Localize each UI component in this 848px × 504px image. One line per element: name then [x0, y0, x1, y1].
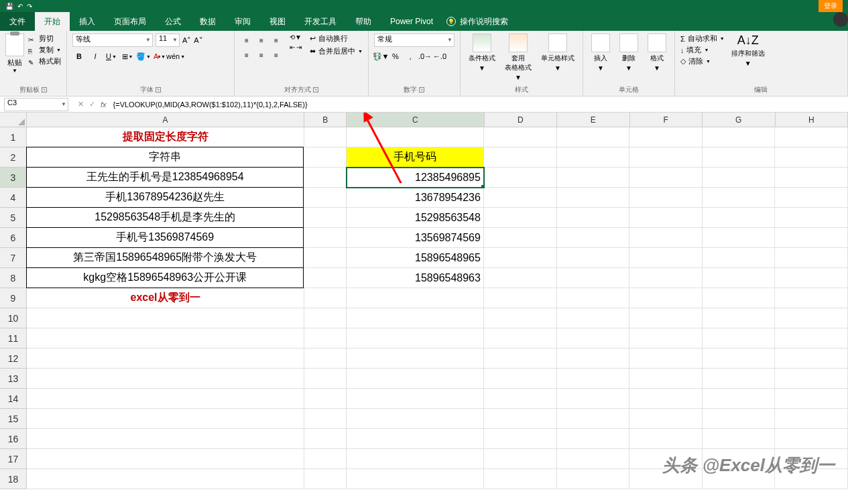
cell-D2[interactable] — [484, 147, 557, 168]
row-header-12[interactable]: 12 — [0, 349, 26, 369]
number-format-select[interactable]: 常规▼ — [374, 34, 455, 47]
row-header-6[interactable]: 6 — [0, 228, 26, 248]
col-header-C[interactable]: C — [347, 113, 484, 127]
row-header-13[interactable]: 13 — [0, 369, 26, 389]
tell-me[interactable]: 💡 操作说明搜索 — [446, 16, 508, 27]
cut-button[interactable]: 剪切 — [28, 34, 61, 44]
cell-C9[interactable] — [347, 288, 484, 308]
cell-A2[interactable]: 字符串 — [26, 147, 304, 168]
cell-G6[interactable] — [703, 228, 776, 248]
shrink-font-button[interactable]: A˅ — [194, 36, 202, 45]
cell-B5[interactable] — [304, 208, 346, 228]
cell-G12[interactable] — [703, 349, 776, 369]
cell-D9[interactable] — [484, 288, 557, 308]
cell-F6[interactable] — [629, 228, 703, 248]
number-dialog-icon[interactable] — [419, 87, 424, 92]
cell-C10[interactable] — [347, 308, 484, 328]
sign-in-button[interactable]: 登录 — [819, 0, 843, 12]
cell-E16[interactable] — [557, 429, 630, 449]
font-size-select[interactable]: 11▼ — [156, 34, 180, 47]
cell-A10[interactable] — [27, 308, 304, 328]
cell-G3[interactable] — [703, 168, 776, 188]
tab-insert[interactable]: 插入 — [70, 12, 105, 31]
cell-E2[interactable] — [557, 147, 630, 168]
cell-B2[interactable] — [304, 147, 346, 168]
cell-G8[interactable] — [703, 268, 776, 288]
cell-A3[interactable]: 王先生的手机号是123854968954 — [26, 167, 304, 188]
cell-D13[interactable] — [484, 369, 557, 389]
cell-E11[interactable] — [557, 328, 630, 349]
cell-H14[interactable] — [775, 389, 848, 409]
cell-E15[interactable] — [557, 409, 630, 429]
fx-cancel-button[interactable]: ✕ — [78, 100, 84, 109]
col-header-F[interactable]: F — [630, 113, 703, 127]
cell-B10[interactable] — [304, 308, 347, 328]
bold-button[interactable]: B — [72, 50, 86, 63]
align-right-button[interactable]: ≡ — [269, 48, 283, 62]
cell-F8[interactable] — [629, 268, 703, 288]
col-header-H[interactable]: H — [776, 113, 849, 127]
align-bottom-button[interactable]: ≡ — [269, 34, 283, 47]
row-header-18[interactable]: 18 — [0, 469, 26, 489]
border-button[interactable]: ⊞▼ — [121, 50, 134, 63]
col-header-E[interactable]: E — [557, 113, 630, 127]
clipboard-dialog-icon[interactable] — [42, 87, 47, 92]
align-dialog-icon[interactable] — [313, 87, 318, 92]
cell-C12[interactable] — [347, 349, 484, 369]
cell-A5[interactable]: 15298563548手机是李先生的 — [26, 207, 304, 228]
row-header-7[interactable]: 7 — [0, 248, 26, 268]
cell-D14[interactable] — [484, 389, 557, 409]
cell-E3[interactable] — [557, 168, 630, 188]
cell-F14[interactable] — [629, 389, 703, 409]
cell-A11[interactable] — [27, 328, 304, 349]
cell-D17[interactable] — [484, 449, 557, 469]
cell-A4[interactable]: 手机13678954236赵先生 — [26, 187, 304, 208]
cell-G11[interactable] — [703, 328, 776, 349]
cell-F12[interactable] — [629, 349, 703, 369]
formula-input[interactable]: {=VLOOKUP(0,MID(A3,ROW($1:$102),11)*{0,1… — [111, 101, 848, 109]
redo-icon[interactable]: ↷ — [27, 3, 32, 10]
cell-A14[interactable] — [27, 389, 304, 409]
copy-button[interactable]: 复制▼ — [28, 45, 61, 55]
cell-B17[interactable] — [304, 449, 347, 469]
font-color-button[interactable]: A▼ — [153, 50, 166, 63]
cell-G13[interactable] — [703, 369, 776, 389]
cell-B4[interactable] — [304, 188, 346, 208]
underline-button[interactable]: U▼ — [105, 50, 118, 63]
cell-C8[interactable]: 15896548963 — [347, 268, 484, 288]
autosum-button[interactable]: Σ自动求和▼ — [680, 34, 725, 44]
cell-F9[interactable] — [629, 288, 703, 308]
dec-decimal-button[interactable]: ←.0 — [433, 50, 446, 63]
row-header-15[interactable]: 15 — [0, 409, 26, 429]
cell-F2[interactable] — [629, 147, 703, 168]
row-header-16[interactable]: 16 — [0, 429, 26, 449]
cell-D10[interactable] — [484, 308, 557, 328]
row-header-8[interactable]: 8 — [0, 268, 26, 288]
cell-A18[interactable] — [27, 469, 304, 489]
cell-D4[interactable] — [484, 188, 557, 208]
cell-H15[interactable] — [775, 409, 848, 429]
paste-button[interactable]: 粘贴 ▼ — [5, 34, 24, 84]
cell-C6[interactable]: 13569874569 — [347, 228, 484, 248]
row-header-11[interactable]: 11 — [0, 328, 26, 349]
select-all-corner[interactable] — [0, 113, 27, 127]
cell-D1[interactable] — [484, 127, 557, 147]
sort-filter-button[interactable]: A↓Z排序和筛选▼ — [729, 34, 768, 84]
tab-layout[interactable]: 页面布局 — [105, 12, 156, 31]
cell-F3[interactable] — [629, 168, 703, 188]
cell-G14[interactable] — [703, 389, 776, 409]
cell-E14[interactable] — [557, 389, 630, 409]
cell-A6[interactable]: 手机号13569874569 — [26, 227, 304, 248]
row-header-2[interactable]: 2 — [0, 147, 26, 168]
insert-cell-button[interactable]: 插入▼ — [589, 34, 613, 84]
cell-D7[interactable] — [484, 248, 557, 268]
row-header-5[interactable]: 5 — [0, 208, 26, 228]
row-header-14[interactable]: 14 — [0, 389, 26, 409]
cell-H3[interactable] — [775, 168, 848, 188]
cell-C17[interactable] — [347, 449, 484, 469]
cell-H1[interactable] — [775, 127, 848, 147]
tab-data[interactable]: 数据 — [190, 12, 225, 31]
merge-button[interactable]: ⬌合并后居中▼ — [310, 46, 363, 56]
cell-G7[interactable] — [703, 248, 776, 268]
cell-D15[interactable] — [484, 409, 557, 429]
